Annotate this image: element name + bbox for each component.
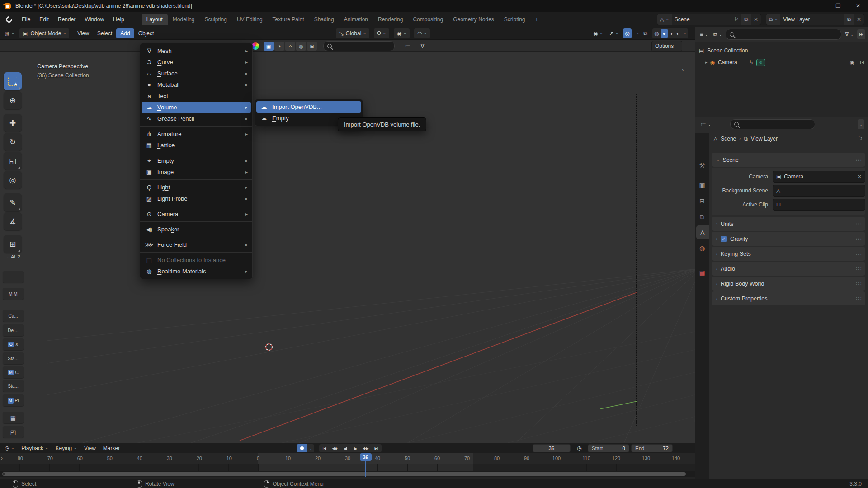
list-view-dropdown[interactable]: ≔⌄ [403, 41, 417, 51]
proportional-edit-dropdown[interactable]: ◉⌄ [393, 28, 410, 39]
timeline-track[interactable] [0, 464, 695, 471]
tool-cursor-button[interactable]: ⊕ [4, 91, 22, 109]
add-menu-item-light[interactable]: ϘLight▸ [140, 182, 252, 193]
outliner-filter-id-dropdown[interactable]: ⧉⌄ [712, 29, 724, 39]
add-menu-item-realtime-materials[interactable]: ◍Realtime Materials▸ [140, 266, 252, 277]
workspace-tab-uv-editing[interactable]: UV Editing [232, 14, 268, 25]
gizmo-dropdown[interactable]: ↗⌄ [608, 28, 621, 38]
play-button[interactable]: ▶ [350, 444, 361, 452]
workspace-tab-rendering[interactable]: Rendering [373, 14, 408, 25]
solid-shading-button[interactable]: ● [661, 29, 668, 38]
add-menu-item-surface[interactable]: ▱Surface▸ [140, 68, 252, 79]
timeline-menu-keying[interactable]: Keying⌄ [52, 445, 80, 451]
main-menu-help[interactable]: Help [108, 14, 129, 25]
jump-to-start-button[interactable]: |◀ [319, 444, 330, 452]
add-menu-item-image[interactable]: ▣Image▸ [140, 166, 252, 178]
mini-panel-button-7[interactable]: Sta... [3, 380, 24, 392]
main-menu-render[interactable]: Render [53, 14, 80, 25]
panel-grip-icon[interactable]: ∷∷ [856, 221, 861, 226]
volume-submenu-item-import-openvdb[interactable]: ☁Import OpenVDB... [256, 101, 361, 113]
tool-rotate-button[interactable]: ↻ [4, 133, 22, 151]
tool-search-dropdown[interactable]: ⌄ [398, 44, 401, 48]
breadcrumb-view-layer[interactable]: View Layer [751, 136, 778, 142]
workspace-tab-scripting[interactable]: Scripting [499, 14, 530, 25]
mini-panel-button-4[interactable]: OX [3, 338, 24, 350]
start-frame-field[interactable]: Start0 [588, 444, 629, 452]
orientation-dropdown[interactable]: ⤡ Global⌄ [335, 28, 370, 39]
jump-to-end-button[interactable]: ▶| [371, 444, 382, 452]
falloff-dropdown[interactable]: ◠⌄ [414, 28, 430, 39]
add-menu-item-mesh[interactable]: ∇Mesh▸ [140, 45, 252, 56]
outliner-row-scene-collection[interactable]: ▤ Scene Collection [695, 45, 868, 56]
timeline-menu-playback[interactable]: Playback⌄ [18, 445, 52, 451]
blender-menu-icon[interactable] [5, 15, 14, 24]
visibility-dropdown[interactable]: ◉⌄ [591, 28, 604, 38]
panel-grip-icon[interactable]: ∷∷ [856, 236, 861, 241]
add-menu-item-volume[interactable]: ☁Volume▸ [142, 102, 251, 113]
camera-field[interactable]: ▣ Camera ✕ [773, 171, 865, 183]
filter-dropdown[interactable]: ∇⌄ [419, 41, 431, 51]
panel-grip-icon[interactable]: ∷∷ [856, 281, 861, 286]
view-layer-selector[interactable]: ⧉⌄ View Layer ⧉ ✕ [766, 14, 864, 25]
mask-toggle-2[interactable]: ◑ [274, 42, 284, 51]
workspace-tab-shading[interactable]: Shading [309, 14, 339, 25]
add-menu-item-lattice[interactable]: ▦Lattice [140, 140, 252, 151]
end-frame-field[interactable]: End72 [631, 444, 673, 452]
panel-grip-icon[interactable]: ∷∷ [856, 266, 861, 271]
timeline-scrollbar-handle[interactable] [2, 472, 686, 476]
workspace-tab-animation[interactable]: Animation [339, 14, 373, 25]
breadcrumb-scene[interactable]: Scene [721, 136, 736, 142]
workspace-tab-sculpting[interactable]: Sculpting [200, 14, 232, 25]
options-dropdown[interactable]: Options⌄ [651, 41, 682, 52]
active-clip-field[interactable]: ⊟ [773, 199, 865, 211]
mini-panel-header[interactable]: ⌄ AE2 [6, 254, 20, 259]
copy-scene-icon[interactable]: ⧉ [741, 14, 751, 25]
current-frame-field[interactable]: 36 [533, 444, 571, 452]
main-menu-window[interactable]: Window [80, 14, 108, 25]
auto-keying-toggle[interactable]: ⌄ [297, 444, 314, 452]
overlays-dropdown[interactable]: ⌄ [636, 31, 639, 35]
overlays-toggle[interactable]: ◎ [623, 28, 631, 38]
mask-toggle-4[interactable]: ◍ [296, 42, 306, 51]
use-preview-range-icon[interactable]: ◷ [575, 444, 583, 452]
brush-preview-icon[interactable] [252, 42, 259, 50]
scene-selector[interactable]: △⌄ Scene ⚐ ⧉ ✕ [657, 14, 761, 25]
add-workspace-tab[interactable]: + [530, 14, 543, 25]
view-layer-name[interactable]: View Layer [780, 14, 844, 25]
close-button[interactable]: ✕ [848, 0, 868, 12]
workspace-tab-geometry-nodes[interactable]: Geometry Nodes [448, 14, 499, 25]
timeline-editor-type-button[interactable]: ◷⌄ [3, 443, 16, 453]
wireframe-shading-button[interactable]: ◍ [652, 29, 660, 38]
background-scene-field[interactable]: △ [773, 185, 865, 197]
hide-eye-icon[interactable]: ◉ [849, 59, 854, 66]
add-menu-item-camera[interactable]: ⊙Camera▸ [140, 208, 252, 220]
tool-scale-button[interactable]: ◱ [4, 152, 22, 170]
mini-panel-button-10[interactable]: ◰ [3, 426, 24, 438]
mask-toggle-3[interactable]: ⁘ [285, 42, 295, 51]
minimize-button[interactable]: – [808, 0, 828, 12]
main-menu-edit[interactable]: Edit [35, 14, 53, 25]
expand-arrow-icon[interactable]: ▸ [705, 60, 708, 65]
panel-grip-icon[interactable]: ∷∷ [856, 157, 861, 162]
panel-keying-sets[interactable]: ›Keying Sets∷∷ [712, 247, 865, 261]
copy-view-layer-icon[interactable]: ⧉ [844, 14, 854, 25]
panel-grip-icon[interactable]: ∷∷ [856, 296, 861, 301]
scene-panel-header[interactable]: ⌄Scene∷∷ [712, 153, 865, 167]
properties-search-input[interactable] [730, 119, 815, 129]
mask-toggle-1[interactable]: ▣ [264, 42, 274, 51]
tool-annotate-button[interactable]: ✎ [4, 193, 22, 211]
mini-panel-button-9[interactable]: ▦ [3, 412, 24, 423]
main-menu-file[interactable]: File [17, 14, 35, 25]
tool-transform-button[interactable]: ◎ [4, 171, 22, 189]
next-keyframe-button[interactable]: ◆▶ [361, 444, 371, 452]
timeline-scrollbar[interactable] [0, 471, 695, 477]
shading-dropdown[interactable]: ⌄ [683, 31, 686, 35]
panel-custom-properties[interactable]: ›Custom Properties∷∷ [712, 291, 865, 305]
tool-move-button[interactable]: ✚ [4, 114, 22, 132]
pin-icon[interactable]: ⚐ [858, 136, 863, 142]
properties-tab-world[interactable]: ◍ [695, 241, 709, 255]
workspace-tab-texture-paint[interactable]: Texture Paint [268, 14, 309, 25]
unlink-scene-icon[interactable]: ✕ [751, 14, 761, 25]
viewport-menu-add[interactable]: Add [116, 28, 134, 38]
clear-camera-icon[interactable]: ✕ [857, 174, 862, 180]
